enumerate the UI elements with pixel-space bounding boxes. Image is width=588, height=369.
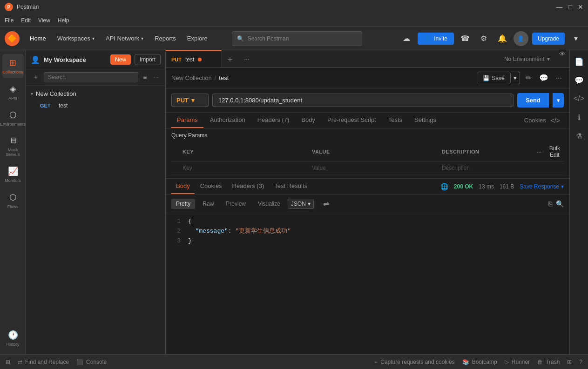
history-icon[interactable]: ☎ [458, 31, 473, 46]
collections-panel: 👤 My Workspace New Import ＋ ≡ ··· ▾ New … [26, 50, 166, 354]
url-input[interactable] [212, 94, 514, 107]
nav-workspaces[interactable]: Workspaces ▾ [53, 32, 99, 45]
sidebar-item-history[interactable]: 🕐 History [2, 326, 24, 350]
collection-row[interactable]: ▾ New Collection [26, 87, 165, 100]
format-pretty-btn[interactable]: Pretty [171, 199, 195, 209]
sidebar-item-collections[interactable]: ⊞ Collections [2, 54, 24, 78]
more-icon[interactable]: ··· [554, 72, 564, 84]
save-response-btn[interactable]: Save Response ▾ [520, 183, 564, 190]
bottom-console[interactable]: ⬛ Console [76, 359, 107, 365]
copy-response-btn[interactable]: ⎘ [548, 200, 552, 208]
bottom-bootcamp[interactable]: 📚 Bootcamp [462, 359, 497, 365]
save-button[interactable]: 💾 Save [477, 72, 510, 84]
save-dropdown-btn[interactable]: ▾ [511, 72, 520, 84]
collection-name: New Collection [36, 90, 76, 97]
sidebar-item-mock-servers[interactable]: 🖥 Mock Servers [2, 132, 24, 161]
bottom-help-btn[interactable]: ? [579, 359, 582, 365]
format-raw-btn[interactable]: Raw [198, 199, 218, 209]
req-tab-tests[interactable]: Tests [383, 113, 408, 128]
workspace-name: My Workspace [44, 56, 107, 63]
right-code-icon[interactable]: </> [572, 91, 587, 106]
global-search[interactable]: 🔍 Search Postman [232, 31, 362, 46]
right-docs-icon[interactable]: 📄 [572, 54, 587, 69]
tab-more-btn[interactable]: ··· [238, 50, 255, 67]
bottom-grid-btn[interactable]: ⊞ [567, 359, 572, 365]
tab-add-btn[interactable]: ＋ [222, 50, 238, 67]
tab-test[interactable]: PUT test [166, 50, 222, 67]
send-dropdown-btn[interactable]: ▾ [553, 93, 564, 107]
more-options-btn[interactable]: ··· [151, 73, 161, 82]
cookies-link[interactable]: Cookies [524, 117, 546, 124]
bottom-capture-requests[interactable]: ⌁ Capture requests and cookies [374, 359, 454, 365]
resp-tab-headers[interactable]: Headers (3) [228, 179, 269, 194]
menu-view[interactable]: View [38, 17, 50, 24]
req-tab-authorization[interactable]: Authorization [204, 113, 251, 128]
settings-icon[interactable]: ⚙ [476, 31, 491, 46]
menu-file[interactable]: File [5, 17, 14, 24]
minimize-btn[interactable]: — [556, 3, 563, 11]
sort-collections-btn[interactable]: ≡ [141, 73, 149, 82]
method-selector[interactable]: PUT ▾ [171, 94, 209, 107]
comment-icon[interactable]: 💬 [537, 72, 550, 84]
invite-button[interactable]: 👤 Invite [418, 33, 454, 45]
bottom-find-replace[interactable]: ⇄ Find and Replace [18, 359, 69, 365]
resp-tab-cookies[interactable]: Cookies [196, 179, 227, 194]
sync-icon[interactable]: ☁ [399, 31, 414, 46]
word-wrap-btn[interactable]: ⇌ [318, 197, 334, 210]
env-chevron-icon: ▾ [547, 56, 550, 62]
response-size: 161 B [500, 183, 514, 190]
edit-icon[interactable]: ✏ [524, 72, 534, 84]
import-button[interactable]: Import [135, 54, 161, 65]
req-tab-settings[interactable]: Settings [409, 113, 442, 128]
send-button[interactable]: Send [517, 93, 549, 107]
language-selector[interactable]: JSON ▾ [288, 199, 314, 209]
req-tab-body[interactable]: Body [296, 113, 321, 128]
nav-api-network[interactable]: API Network ▾ [101, 32, 148, 45]
request-row[interactable]: GET test [26, 100, 165, 111]
menu-help[interactable]: Help [58, 17, 69, 24]
upgrade-button[interactable]: Upgrade [532, 33, 565, 45]
right-info-icon[interactable]: ℹ [572, 110, 587, 125]
params-more-btn[interactable]: ··· [536, 148, 542, 155]
menu-edit[interactable]: Edit [21, 17, 31, 24]
nav-reports[interactable]: Reports [150, 32, 181, 45]
req-tab-params[interactable]: Params [171, 113, 203, 128]
notifications-icon[interactable]: 🔔 [495, 31, 510, 46]
req-tab-prerequest[interactable]: Pre-request Script [322, 113, 382, 128]
code-icon[interactable]: </> [547, 117, 564, 124]
bottom-trash[interactable]: 🗑 Trash [537, 359, 560, 365]
format-visualize-btn[interactable]: Visualize [253, 199, 285, 209]
env-eye-icon[interactable]: 👁 [555, 50, 569, 67]
close-btn[interactable]: ✕ [578, 3, 583, 11]
sidebar-item-apis[interactable]: ◈ APIs [2, 80, 24, 104]
bulk-edit-btn[interactable]: Bulk Edit [549, 145, 560, 158]
nav-explore[interactable]: Explore [182, 32, 212, 45]
add-collection-btn[interactable]: ＋ [31, 72, 41, 82]
avatar-icon[interactable]: 👤 [514, 31, 528, 46]
sidebar-item-environments[interactable]: ⬡ Environments [2, 106, 24, 130]
maximize-btn[interactable]: □ [568, 3, 572, 11]
sidebar-item-flows[interactable]: ⬡ Flows [2, 188, 24, 213]
right-comment-icon[interactable]: 💬 [572, 73, 587, 87]
search-collections-input[interactable] [44, 72, 138, 82]
bottom-runner[interactable]: ▷ Runner [505, 359, 530, 365]
monitors-icon: 📈 [8, 166, 18, 176]
param-key-input[interactable] [182, 165, 304, 171]
search-icon: 🔍 [237, 35, 244, 42]
resp-tab-test-results[interactable]: Test Results [270, 179, 312, 194]
line-content: { [188, 217, 564, 227]
nav-home[interactable]: Home [25, 32, 51, 45]
new-button[interactable]: New [110, 54, 131, 65]
right-lab-icon[interactable]: ⚗ [572, 128, 587, 143]
resp-tab-body[interactable]: Body [171, 179, 195, 194]
search-response-btn[interactable]: 🔍 [556, 200, 564, 208]
response-status: 🌐 200 OK 13 ms 161 B Save Response ▾ [440, 183, 564, 190]
req-tab-headers[interactable]: Headers (7) [252, 113, 295, 128]
upgrade-chevron-icon[interactable]: ▾ [568, 31, 583, 46]
format-preview-btn[interactable]: Preview [221, 199, 250, 209]
bottom-layout-btn[interactable]: ⊞ [6, 359, 10, 365]
param-desc-input[interactable] [442, 165, 529, 171]
env-selector[interactable]: No Environment ▾ [499, 50, 555, 67]
sidebar-item-monitors[interactable]: 📈 Monitors [2, 162, 24, 187]
param-value-input[interactable] [312, 165, 434, 171]
